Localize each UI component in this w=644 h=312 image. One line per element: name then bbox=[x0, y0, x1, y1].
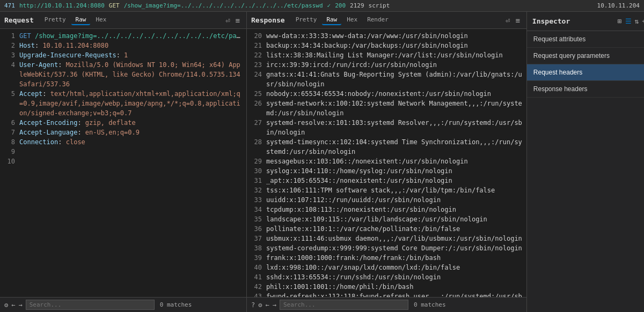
tab-response-render[interactable]: Render bbox=[363, 15, 393, 25]
response-content: 20 www-data:x:33:33:www-data:/var/www:/u… bbox=[247, 29, 526, 297]
request-line-9: 9 bbox=[0, 147, 246, 157]
inspector-icons: ⊞ ☰ ⇅ + ⚙ ✕ bbox=[618, 17, 644, 25]
response-size: 2129 bbox=[350, 2, 364, 9]
inspector-sort-icon[interactable]: ⇅ bbox=[635, 17, 639, 25]
response-line-27: 27 systemd-resolve:x:101:103:systemd Res… bbox=[247, 118, 526, 137]
response-line-33: 33 uuidd:x:107:112::/run/uuidd:/usr/sbin… bbox=[247, 195, 526, 205]
inspector-row-request-headers[interactable]: Request headers 7 › bbox=[527, 64, 644, 81]
response-line-43: 43 fwupd-refresh:x:112:118:fwupd-refresh… bbox=[247, 292, 526, 297]
top-bar: 471 http://10.10.11.204:8080 GET /show_i… bbox=[0, 0, 644, 12]
tab-response-hex[interactable]: Hex bbox=[342, 15, 362, 25]
response-line-26: 26 systemd-network:x:100:102:systemd Net… bbox=[247, 99, 526, 118]
request-view-icons: ⏎ ≡ bbox=[223, 16, 242, 25]
request-attributes-label: Request attributes bbox=[533, 35, 644, 43]
response-line-31: 31 _apt:x:105:65534::/nonexistent:/usr/s… bbox=[247, 176, 526, 185]
request-line-3: 3 Upgrade-Insecure-Requests: 1 bbox=[0, 50, 246, 60]
request-nav-forward-icon[interactable]: → bbox=[18, 301, 22, 309]
response-line-28: 28 systemd-timesync:x:102:104:systemd Ti… bbox=[247, 137, 526, 157]
response-line-40: 40 lxd:x:998:100::/var/snap/lxd/common/l… bbox=[247, 263, 526, 272]
request-bottom-bar: ⚙ ← → 0 matches bbox=[0, 297, 246, 312]
main-area: Request Pretty Raw Hex ⏎ ≡ 1 GET /show_i… bbox=[0, 12, 644, 312]
response-search-input[interactable] bbox=[280, 300, 408, 310]
request-settings-icon[interactable]: ⚙ bbox=[4, 301, 8, 309]
request-line-10: 10 bbox=[0, 157, 246, 166]
inspector-header: Inspector ⊞ ☰ ⇅ + ⚙ ✕ bbox=[527, 12, 644, 31]
request-match-count: 0 matches bbox=[160, 301, 192, 308]
inspector-title: Inspector bbox=[532, 17, 618, 25]
response-line-34: 34 tcpdump:x:108:113::/nonexistent:/usr/… bbox=[247, 205, 526, 214]
request-line-7: 7 Accept-Language: en-US,en;q=0.9 bbox=[0, 128, 246, 137]
tab-response-raw[interactable]: Raw bbox=[322, 15, 341, 25]
request-line-8: 8 Connection: close bbox=[0, 137, 246, 147]
inspector-view-icon-2[interactable]: ☰ bbox=[625, 17, 632, 25]
response-title: Response bbox=[251, 16, 285, 24]
response-line-36: 36 pollinate:x:110:1::/var/cache/pollina… bbox=[247, 224, 526, 234]
tab-response-pretty[interactable]: Pretty bbox=[291, 15, 321, 25]
request-title: Request bbox=[4, 16, 34, 24]
response-line-38: 38 systemd-coredump:x:999:999:systemd Co… bbox=[247, 243, 526, 253]
tab-request-raw[interactable]: Raw bbox=[71, 15, 91, 25]
query-params-label: Request query parameters bbox=[533, 52, 644, 60]
response-line-41: 41 sshd:x:113:65534::/run/sshd:/usr/sbin… bbox=[247, 272, 526, 282]
response-line-39: 39 frank:x:1000:1000:frank:/home/frank:/… bbox=[247, 253, 526, 263]
check-icon: ✓ bbox=[327, 2, 331, 9]
response-help-icon[interactable]: ? bbox=[251, 301, 255, 309]
inspector-row-request-attributes[interactable]: Request attributes 2 › bbox=[527, 31, 644, 48]
tab-request-pretty[interactable]: Pretty bbox=[40, 15, 70, 25]
response-line-30: 30 syslog:x:104:110::/home/syslog:/usr/s… bbox=[247, 166, 526, 176]
http-method: GET bbox=[109, 2, 120, 9]
inspector-items: Request attributes 2 › Request query par… bbox=[527, 31, 644, 312]
inspector-row-response-headers[interactable]: Response headers 5 › bbox=[527, 81, 644, 98]
remote-ip: 10.10.11.204 bbox=[597, 2, 640, 9]
tab-request-hex[interactable]: Hex bbox=[91, 15, 111, 25]
response-menu-icon[interactable]: ≡ bbox=[513, 16, 522, 25]
status-code: 200 bbox=[335, 2, 346, 9]
inspector-panel: Inspector ⊞ ☰ ⇅ + ⚙ ✕ Request attributes… bbox=[527, 12, 644, 312]
request-tabs: Pretty Raw Hex bbox=[40, 15, 111, 25]
response-line-42: 42 phil:x:1001:1001::/home/phil:/bin/bas… bbox=[247, 282, 526, 292]
request-wrap-icon[interactable]: ⏎ bbox=[223, 16, 232, 25]
inspector-add-icon[interactable]: + bbox=[642, 17, 644, 25]
response-nav-forward-icon[interactable]: → bbox=[273, 301, 276, 309]
response-line-25: 25 nobody:x:65534:65534:nobody:/nonexist… bbox=[247, 89, 526, 99]
request-panel: Request Pretty Raw Hex ⏎ ≡ 1 GET /show_i… bbox=[0, 12, 247, 312]
response-panel-header: Response Pretty Raw Hex Render ⏎ ≡ bbox=[247, 12, 526, 29]
request-panel-header: Request Pretty Raw Hex ⏎ ≡ bbox=[0, 12, 246, 29]
response-headers-label: Response headers bbox=[533, 85, 644, 93]
response-line-32: 32 tss:x:106:111:TPM software stack,,,:/… bbox=[247, 185, 526, 195]
host-url: http://10.10.11.204:8080 bbox=[19, 2, 105, 9]
request-nav-back-icon[interactable]: ← bbox=[11, 301, 15, 309]
response-line-22: 22 list:x:38:38:Mailing List Manager:/va… bbox=[247, 50, 526, 60]
request-line-5: 5 Accept: text/html,application/xhtml+xm… bbox=[0, 89, 246, 118]
response-line-37: 37 usbmux:x:111:46:usbmux daemon,,,:/var… bbox=[247, 234, 526, 243]
response-line-23: 23 irc:x:39:39:ircd:/run/ircd:/usr/sbin/… bbox=[247, 60, 526, 70]
request-line-2: 2 Host: 10.10.11.204:8080 bbox=[0, 41, 246, 50]
response-panel: Response Pretty Raw Hex Render ⏎ ≡ 20 ww… bbox=[247, 12, 527, 312]
request-menu-icon[interactable]: ≡ bbox=[233, 16, 242, 25]
response-line-29: 29 messagebus:x:103:106::/nonexistent:/u… bbox=[247, 157, 526, 166]
inspector-row-query-params[interactable]: Request query parameters 1 › bbox=[527, 48, 644, 64]
inspector-view-icon-1[interactable]: ⊞ bbox=[618, 17, 622, 25]
response-type: script bbox=[369, 2, 390, 9]
response-tabs: Pretty Raw Hex Render bbox=[291, 15, 393, 25]
response-line-21: 21 backup:x:34:34:backup:/var/backups:/u… bbox=[247, 41, 526, 50]
response-settings-icon[interactable]: ⚙ bbox=[258, 301, 262, 309]
response-line-20: 20 www-data:x:33:33:www-data:/var/www:/u… bbox=[247, 31, 526, 41]
port-number: 471 bbox=[4, 2, 15, 9]
request-headers-label: Request headers bbox=[533, 69, 644, 76]
request-line-6: 6 Accept-Encoding: gzip, deflate bbox=[0, 118, 246, 128]
response-nav-back-icon[interactable]: ← bbox=[265, 301, 269, 309]
request-url: /show_image?img=../../../../../../../../… bbox=[124, 2, 323, 9]
request-line-1: 1 GET /show_image?img=../../../../../../… bbox=[0, 31, 246, 41]
response-wrap-icon[interactable]: ⏎ bbox=[503, 16, 512, 25]
response-bottom-bar: ? ⚙ ← → 0 matches bbox=[247, 297, 526, 312]
response-line-24: 24 gnats:x:41:41:Gnats Bug-Reporting Sys… bbox=[247, 70, 526, 89]
response-line-35: 35 landscape:x:109:115::/var/lib/landsca… bbox=[247, 214, 526, 224]
request-search-input[interactable] bbox=[26, 300, 155, 310]
response-view-icons: ⏎ ≡ bbox=[503, 16, 522, 25]
request-line-4: 4 User-Agent: Mozilla/5.0 (Windows NT 10… bbox=[0, 60, 246, 89]
request-content: 1 GET /show_image?img=../../../../../../… bbox=[0, 29, 246, 297]
response-match-count: 0 matches bbox=[414, 301, 446, 308]
